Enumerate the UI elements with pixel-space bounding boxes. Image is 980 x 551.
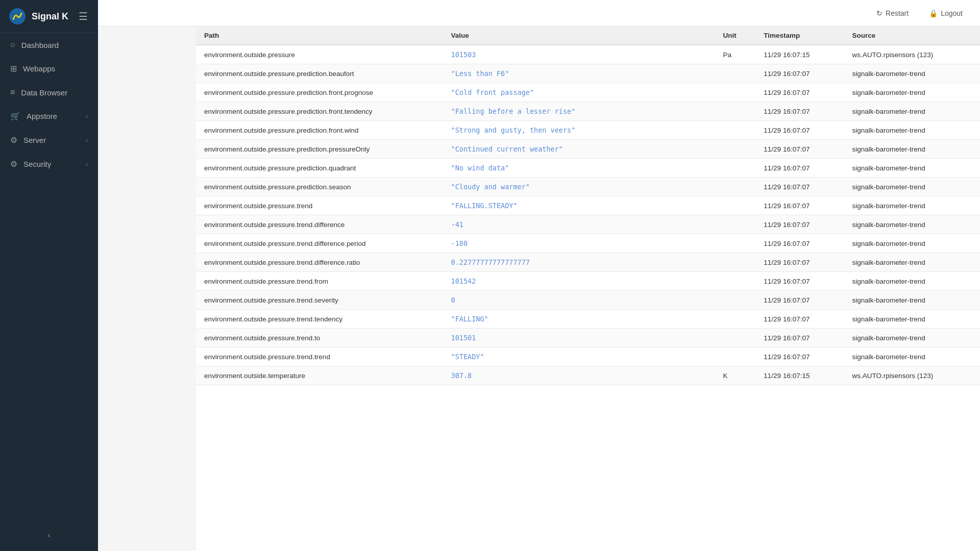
dashboard-icon: ○ [10, 40, 15, 49]
cell-source: signalk-barometer-trend [844, 64, 980, 83]
cell-time: 11/29 16:07:15 [755, 45, 844, 64]
sidebar-item-webapps[interactable]: ⊞ Webapps [0, 57, 98, 81]
cell-time: 11/29 16:07:07 [755, 215, 844, 234]
cell-value: "Falling before a lesser rise" [443, 102, 715, 121]
cell-path: environment.outside.pressure.trend.from [196, 272, 443, 291]
sidebar: Signal K ☰ ○ Dashboard ⊞ Webapps ≡ Data … [0, 0, 98, 551]
cell-time: 11/29 16:07:07 [755, 102, 844, 121]
cell-source: signalk-barometer-trend [844, 347, 980, 366]
cell-source: signalk-barometer-trend [844, 83, 980, 102]
cell-value: "FALLING.STEADY" [443, 196, 715, 215]
sidebar-item-label: Security [23, 160, 51, 168]
table-row: environment.outside.pressure.trend.diffe… [196, 253, 980, 272]
cell-unit [715, 196, 755, 215]
restart-button[interactable]: ↻ Restart [871, 6, 914, 20]
col-source: Source [844, 27, 980, 45]
cell-path: environment.outside.pressure.trend.diffe… [196, 234, 443, 253]
table-row: environment.outside.pressure.prediction.… [196, 159, 980, 178]
cell-value: "Cold front passage" [443, 83, 715, 102]
cell-unit [715, 215, 755, 234]
cell-path: environment.outside.pressure.prediction.… [196, 83, 443, 102]
cell-source: ws.AUTO.rpisensors (123) [844, 45, 980, 64]
table-row: environment.outside.pressure.trend.to101… [196, 329, 980, 347]
cell-path: environment.outside.pressure.prediction.… [196, 64, 443, 83]
cell-value: 101501 [443, 329, 715, 347]
col-time: Timestamp [755, 27, 844, 45]
collapse-sidebar-button[interactable]: ‹ [0, 525, 98, 545]
chevron-icon: ‹ [86, 161, 88, 168]
cell-path: environment.outside.pressure.prediction.… [196, 159, 443, 178]
logo-area: Signal K ☰ [0, 0, 98, 33]
table-row: environment.outside.pressure.trend.trend… [196, 347, 980, 366]
data-table: Path Value Unit Timestamp Source environ… [196, 27, 980, 385]
table-row: environment.outside.pressure.prediction.… [196, 102, 980, 121]
cell-path: environment.outside.pressure.prediction.… [196, 102, 443, 121]
cell-path: environment.outside.pressure [196, 45, 443, 64]
cell-path: environment.outside.pressure.trend.tende… [196, 310, 443, 329]
sidebar-item-dashboard[interactable]: ○ Dashboard [0, 33, 98, 57]
table-row: environment.outside.pressure.prediction.… [196, 178, 980, 196]
cell-time: 11/29 16:07:07 [755, 253, 844, 272]
col-unit: Unit [715, 27, 755, 45]
cell-value: "No wind data" [443, 159, 715, 178]
cell-value: "Strong and gusty, then veers" [443, 121, 715, 140]
table-row: environment.outside.pressure.trend.diffe… [196, 215, 980, 234]
cell-source: signalk-barometer-trend [844, 234, 980, 253]
cell-unit [715, 102, 755, 121]
hamburger-button[interactable]: ☰ [77, 8, 90, 24]
cell-time: 11/29 16:07:07 [755, 121, 844, 140]
cell-time: 11/29 16:07:07 [755, 291, 844, 310]
cell-time: 11/29 16:07:07 [755, 310, 844, 329]
cell-unit [715, 234, 755, 253]
cell-source: signalk-barometer-trend [844, 159, 980, 178]
sidebar-item-server[interactable]: ⚙ Server ‹ [0, 128, 98, 152]
cell-unit [715, 178, 755, 196]
table-row: environment.outside.pressure.trend.tende… [196, 310, 980, 329]
sidebar-item-label: Dashboard [21, 41, 59, 49]
table-row: environment.outside.temperature307.8K11/… [196, 366, 980, 385]
logout-button[interactable]: 🔒 Logout [924, 6, 968, 20]
cell-source: signalk-barometer-trend [844, 215, 980, 234]
cell-source: signalk-barometer-trend [844, 121, 980, 140]
cell-path: environment.outside.pressure.prediction.… [196, 178, 443, 196]
cell-value: "FALLING" [443, 310, 715, 329]
sidebar-item-security[interactable]: ⚙ Security ‹ [0, 152, 98, 176]
cell-value: "Continued current weather" [443, 140, 715, 159]
cell-source: signalk-barometer-trend [844, 196, 980, 215]
cell-path: environment.outside.pressure.trend.diffe… [196, 253, 443, 272]
cell-time: 11/29 16:07:07 [755, 196, 844, 215]
sidebar-item-data-browser[interactable]: ≡ Data Browser [0, 81, 98, 104]
cell-time: 11/29 16:07:07 [755, 329, 844, 347]
table-row: environment.outside.pressure.prediction.… [196, 83, 980, 102]
topbar: ↻ Restart 🔒 Logout [98, 0, 980, 27]
cell-unit [715, 347, 755, 366]
table-header-row: Path Value Unit Timestamp Source [196, 27, 980, 45]
cell-time: 11/29 16:07:07 [755, 272, 844, 291]
cell-unit [715, 253, 755, 272]
cell-value: "Cloudy and warmer" [443, 178, 715, 196]
lock-icon: 🔒 [929, 9, 938, 17]
table-row: environment.outside.pressure.trend"FALLI… [196, 196, 980, 215]
cell-time: 11/29 16:07:15 [755, 366, 844, 385]
cell-unit [715, 329, 755, 347]
table-row: environment.outside.pressure.prediction.… [196, 140, 980, 159]
cell-path: environment.outside.pressure.trend.sever… [196, 291, 443, 310]
appstore-icon: 🛒 [10, 111, 20, 121]
cell-time: 11/29 16:07:07 [755, 178, 844, 196]
cell-path: environment.outside.pressure.trend.to [196, 329, 443, 347]
cell-path: environment.outside.temperature [196, 366, 443, 385]
cell-source: signalk-barometer-trend [844, 102, 980, 121]
cell-source: ws.AUTO.rpisensors (123) [844, 366, 980, 385]
chevron-icon: ‹ [86, 137, 88, 144]
data-browser-icon: ≡ [10, 88, 15, 97]
cell-value: 0.22777777777777777 [443, 253, 715, 272]
sidebar-item-appstore[interactable]: 🛒 Appstore ‹ [0, 104, 98, 128]
cell-value: 0 [443, 291, 715, 310]
cell-path: environment.outside.pressure.prediction.… [196, 121, 443, 140]
col-path: Path [196, 27, 443, 45]
cell-source: signalk-barometer-trend [844, 253, 980, 272]
cell-unit [715, 64, 755, 83]
cell-unit [715, 310, 755, 329]
cell-value: "Less than F6" [443, 64, 715, 83]
cell-unit [715, 83, 755, 102]
